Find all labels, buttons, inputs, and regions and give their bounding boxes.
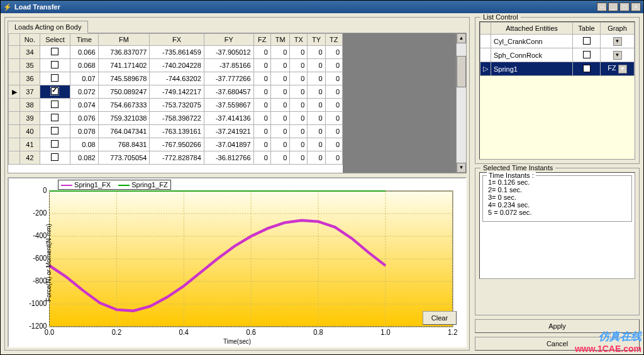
col-fm[interactable]: FM [98, 34, 150, 46]
row-pointer [9, 72, 20, 85]
checkbox-icon[interactable] [583, 51, 591, 58]
scroll-up-icon[interactable]: ▲ [457, 33, 466, 43]
lc-table-check[interactable] [573, 35, 601, 48]
selected-time-instants-group: Selected Time Instants Time Instants : 1… [475, 168, 640, 315]
cell-ty: 0 [308, 112, 325, 125]
lc-graph-select[interactable]: ▼ [601, 35, 635, 48]
col-fy[interactable]: FY [204, 34, 253, 46]
sti-title: Selected Time Instants [480, 164, 555, 172]
table-row[interactable]: 410.08768.8431-767.950266-37.04189700000 [9, 138, 343, 151]
cell-ty: 0 [308, 151, 325, 165]
col-no.[interactable]: No. [20, 34, 40, 46]
watermark-cn: 仿真在线 [599, 329, 641, 344]
col-select[interactable]: Select [40, 34, 70, 46]
col-ty[interactable]: TY [308, 34, 325, 46]
minimize-button[interactable]: _ [608, 3, 618, 11]
col-tm[interactable]: TM [270, 34, 289, 46]
row-select[interactable] [40, 99, 70, 112]
cell-fx: -740.204228 [150, 59, 204, 72]
checkbox-icon[interactable] [583, 65, 591, 72]
svg-text:0: 0 [43, 186, 47, 195]
restore-icon[interactable]: ↔ [597, 3, 607, 11]
loads-table: No.SelectTimeFMFXFYFZTMTXTYTZ 340.066736… [8, 33, 343, 165]
row-select[interactable] [40, 72, 70, 85]
table-row[interactable]: 350.068741.171402-740.204228-37.85166000… [9, 59, 343, 72]
table-row[interactable]: 390.076759.321038-758.398722-37.41413600… [9, 112, 343, 125]
dropdown-icon[interactable]: ▼ [613, 37, 622, 46]
table-row[interactable]: 380.074754.667333-753.732075-37.55986700… [9, 99, 343, 112]
clear-button[interactable]: Clear [423, 311, 457, 325]
col-time[interactable]: Time [70, 34, 99, 46]
cell-tx: 0 [290, 138, 308, 151]
row-pointer [9, 125, 20, 138]
scroll-track[interactable] [457, 43, 466, 163]
table-row[interactable]: 360.07745.589678-744.63202-37.7772660000… [9, 72, 343, 85]
cell-tz: 0 [325, 138, 342, 151]
row-select[interactable] [40, 138, 70, 151]
maximize-button[interactable]: □ [619, 3, 630, 11]
col-fx[interactable]: FX [150, 34, 204, 46]
row-select[interactable] [40, 46, 70, 59]
time-instants-label: Time Instants : [487, 172, 536, 179]
row-no: 42 [20, 151, 40, 165]
table-row[interactable]: 340.066736.837077-735.861459-37.90501200… [9, 46, 343, 59]
lc-graph-select[interactable]: ▼ [601, 48, 635, 62]
col-tx[interactable]: TX [290, 34, 308, 46]
checkbox-icon[interactable] [583, 37, 591, 45]
checkbox-icon[interactable] [51, 101, 58, 108]
lc-col-graph: Graph [601, 23, 635, 35]
list-item[interactable]: ▷Spring1FZ ▼ [480, 62, 635, 76]
close-button[interactable]: × [631, 3, 641, 11]
cell-fz: 0 [253, 99, 270, 112]
scroll-down-icon[interactable]: ▼ [457, 163, 466, 173]
cell-time: 0.08 [70, 138, 99, 151]
list-item[interactable]: Sph_ConnRock ▼ [480, 48, 635, 62]
row-no: 35 [20, 59, 40, 72]
row-select[interactable] [40, 85, 70, 99]
checkbox-icon[interactable] [51, 61, 58, 68]
row-select[interactable] [40, 125, 70, 138]
cell-tm: 0 [270, 59, 289, 72]
cell-ty: 0 [308, 46, 325, 59]
row-pointer: ▶ [9, 85, 20, 99]
table-filler [343, 33, 456, 173]
checkbox-icon[interactable] [51, 87, 58, 95]
checkbox-icon[interactable] [51, 153, 58, 161]
checkbox-icon[interactable] [51, 127, 58, 134]
left-panel: Loads Acting on Body No.SelectTimeFMFXFY… [4, 17, 470, 351]
col-tz[interactable]: TZ [325, 34, 342, 46]
dropdown-icon[interactable]: ▼ [618, 65, 627, 74]
col-fz[interactable]: FZ [253, 34, 270, 46]
row-select[interactable] [40, 59, 70, 72]
lc-graph-select[interactable]: FZ ▼ [601, 62, 635, 76]
cell-tm: 0 [270, 125, 289, 138]
list-item[interactable]: Cyl_CrankConn ▼ [480, 35, 635, 48]
row-select[interactable] [40, 151, 70, 165]
table-scrollbar[interactable]: ▲ ▼ [456, 33, 466, 173]
cell-tx: 0 [290, 112, 308, 125]
cell-fx: -767.950266 [150, 138, 204, 151]
lc-table-check[interactable] [573, 48, 601, 62]
cell-ty: 0 [308, 85, 325, 99]
row-no: 36 [20, 72, 40, 85]
time-instant-item: 5 = 0.072 sec. [488, 209, 626, 216]
table-row[interactable]: ▶370.072750.089247-749.142217-37.6804570… [9, 85, 343, 99]
cell-fm: 745.589678 [98, 72, 150, 85]
dropdown-icon[interactable]: ▼ [613, 51, 622, 60]
checkbox-icon[interactable] [51, 48, 58, 55]
lc-pointer [480, 35, 491, 48]
cell-ty: 0 [308, 72, 325, 85]
table-row[interactable]: 400.078764.047341-763.139161-37.24192100… [9, 125, 343, 138]
lc-table-check[interactable] [573, 62, 601, 76]
row-pointer [9, 112, 20, 125]
table-row[interactable]: 420.082773.705054-772.828784-36.81276600… [9, 151, 343, 165]
tab-loads-acting[interactable]: Loads Acting on Body [8, 21, 88, 33]
checkbox-icon[interactable] [51, 74, 58, 82]
chart-xlabel: Time(sec) [223, 338, 251, 345]
row-pointer [9, 151, 20, 165]
cell-fz: 0 [253, 72, 270, 85]
row-select[interactable] [40, 112, 70, 125]
checkbox-icon[interactable] [51, 114, 58, 121]
scroll-thumb[interactable] [457, 56, 466, 87]
checkbox-icon[interactable] [51, 140, 58, 148]
